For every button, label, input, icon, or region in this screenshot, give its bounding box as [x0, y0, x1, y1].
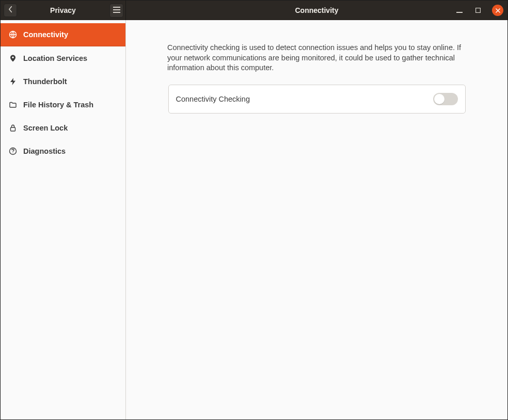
globe-icon — [9, 30, 17, 39]
sidebar-item-label: Diagnostics — [23, 147, 66, 155]
sidebar-item-connectivity[interactable]: Connectivity — [1, 23, 125, 46]
sidebar-item-label: Location Services — [23, 54, 87, 62]
sidebar-item-label: File History & Trash — [23, 101, 93, 109]
sidebar-item-label: Thunderbolt — [23, 77, 67, 86]
sidebar-item-screen-lock[interactable]: Screen Lock — [1, 116, 125, 139]
window-controls — [455, 5, 503, 16]
maximize-button[interactable] — [473, 6, 483, 15]
svg-rect-4 — [476, 8, 481, 13]
main-panel: Connectivity checking is used to detect … — [126, 20, 507, 419]
titlebar-right: Connectivity — [126, 1, 507, 20]
hamburger-icon — [113, 6, 120, 15]
description-text: Connectivity checking is used to detect … — [167, 43, 466, 73]
sidebar-item-thunderbolt[interactable]: Thunderbolt — [1, 70, 125, 93]
help-icon — [9, 147, 17, 155]
sidebar-item-location[interactable]: Location Services — [1, 46, 125, 70]
svg-rect-7 — [11, 127, 15, 131]
svg-rect-3 — [456, 12, 463, 13]
minimize-icon — [456, 6, 463, 15]
location-icon — [9, 54, 17, 62]
titlebar: Privacy Connectivity — [1, 1, 507, 20]
back-button[interactable] — [4, 4, 17, 17]
svg-point-9 — [12, 152, 13, 153]
connectivity-checking-toggle[interactable] — [433, 93, 458, 105]
folder-icon — [9, 101, 17, 109]
toggle-thumb — [434, 94, 444, 104]
lock-icon — [9, 124, 17, 132]
minimize-button[interactable] — [455, 6, 464, 15]
settings-window: Privacy Connectivity — [0, 0, 508, 420]
hamburger-menu-button[interactable] — [109, 4, 123, 18]
thunderbolt-icon — [9, 77, 17, 86]
content: Connectivity Location Services Thunderbo… — [1, 20, 507, 419]
sidebar-item-file-history[interactable]: File History & Trash — [1, 93, 125, 116]
svg-rect-2 — [113, 12, 120, 13]
chevron-left-icon — [8, 6, 13, 15]
svg-point-6 — [12, 56, 14, 58]
setting-label: Connectivity Checking — [176, 95, 250, 103]
sidebar-item-label: Screen Lock — [23, 124, 68, 132]
svg-rect-1 — [113, 9, 120, 10]
sidebar-item-diagnostics[interactable]: Diagnostics — [1, 139, 125, 163]
sidebar-title: Privacy — [1, 6, 125, 14]
maximize-icon — [475, 6, 481, 15]
titlebar-left: Privacy — [1, 1, 126, 20]
close-button[interactable] — [492, 5, 503, 16]
sidebar: Connectivity Location Services Thunderbo… — [1, 20, 126, 419]
connectivity-checking-row: Connectivity Checking — [168, 85, 466, 114]
sidebar-item-label: Connectivity — [23, 30, 68, 39]
close-icon — [496, 6, 500, 15]
svg-rect-0 — [113, 7, 120, 8]
page-title: Connectivity — [126, 6, 507, 14]
